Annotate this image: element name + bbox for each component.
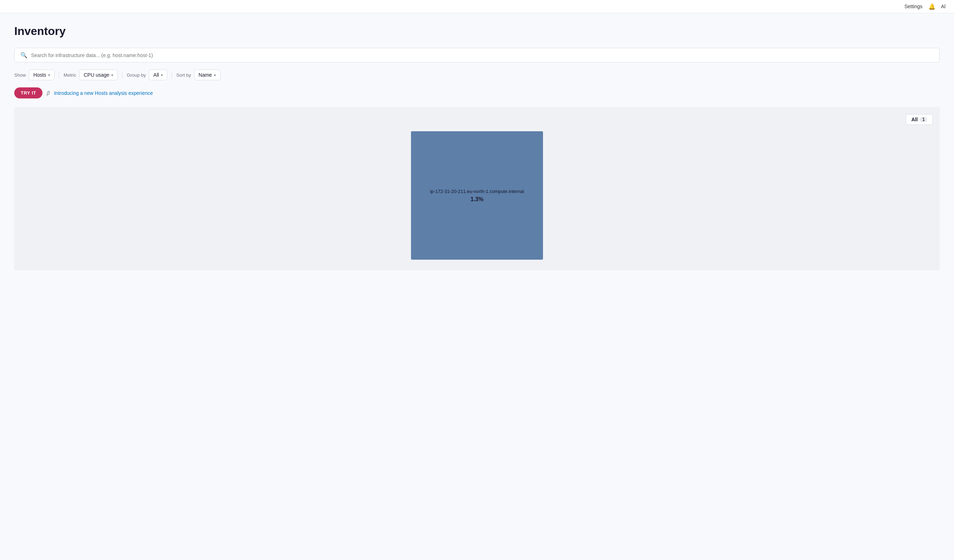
group-by-value: All — [153, 72, 159, 78]
metric-label: Metric — [64, 72, 76, 78]
try-it-section: TRY IT β Introducing a new Hosts analysi… — [14, 87, 940, 98]
show-label: Show — [14, 72, 26, 78]
group-by-chevron-icon: ▾ — [161, 73, 163, 77]
treemap-wrapper: ip-172-31-20-211.eu-north-1.compute.inte… — [22, 128, 932, 263]
sort-by-dropdown[interactable]: Name ▾ — [194, 70, 220, 80]
search-input[interactable] — [31, 53, 934, 58]
cpu-usage-label: CPU usage — [84, 72, 109, 78]
sort-by-value: Name — [199, 72, 212, 78]
hosts-dropdown[interactable]: Hosts ▾ — [29, 70, 55, 80]
tab-all[interactable]: All 1 — [906, 114, 932, 125]
user-label: Al — [941, 3, 945, 9]
cpu-usage-chevron-icon: ▾ — [111, 73, 113, 77]
sort-by-label: Sort by — [176, 72, 191, 78]
main-content: Inventory 🔍 Show Hosts ▾ Metric CPU usag… — [0, 13, 954, 282]
filter-separator-1 — [59, 72, 59, 78]
search-bar: 🔍 — [14, 48, 940, 62]
top-bar: Settings 🔔 Al — [0, 0, 954, 13]
notifications-icon[interactable]: 🔔 — [928, 3, 935, 10]
beta-badge: β — [47, 90, 50, 96]
try-it-button[interactable]: TRY IT — [14, 87, 42, 98]
cpu-usage-dropdown[interactable]: CPU usage ▾ — [79, 70, 118, 80]
settings-link[interactable]: Settings — [904, 3, 923, 9]
tab-bar: All 1 — [22, 114, 932, 125]
hosts-label: Hosts — [34, 72, 47, 78]
treemap-cell-value: 1.3% — [471, 196, 483, 202]
group-by-dropdown[interactable]: All ▾ — [149, 70, 168, 80]
filter-bar: Show Hosts ▾ Metric CPU usage ▾ Group by… — [14, 70, 940, 80]
treemap-container: All 1 ip-172-31-20-211.eu-north-1.comput… — [14, 107, 940, 271]
tab-all-count: 1 — [920, 117, 927, 122]
hosts-chevron-icon: ▾ — [48, 73, 50, 77]
treemap-cell[interactable]: ip-172-31-20-211.eu-north-1.compute.inte… — [411, 131, 543, 260]
filter-separator-3 — [171, 72, 172, 78]
search-icon: 🔍 — [20, 52, 28, 59]
group-by-label: Group by — [127, 72, 146, 78]
page-title: Inventory — [14, 25, 940, 38]
sort-by-chevron-icon: ▾ — [214, 73, 216, 77]
filter-separator-2 — [122, 72, 122, 78]
tab-all-label: All — [911, 117, 918, 122]
treemap-cell-hostname: ip-172-31-20-211.eu-north-1.compute.inte… — [426, 189, 528, 194]
new-experience-link[interactable]: Introducing a new Hosts analysis experie… — [54, 90, 153, 96]
